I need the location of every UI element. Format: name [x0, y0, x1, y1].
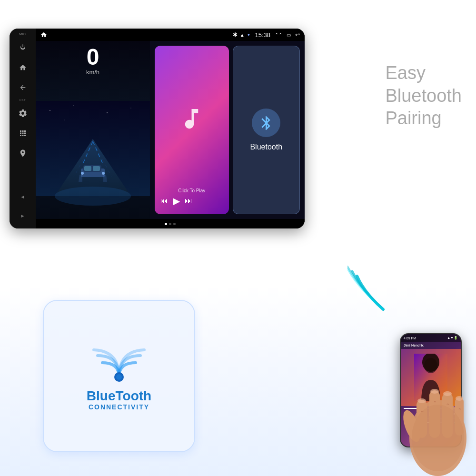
pairing-text: Easy Bluetooth Pairing: [385, 62, 462, 130]
svg-point-1: [50, 110, 50, 111]
pairing-line2: Bluetooth: [385, 85, 462, 108]
radio-screen: ✱ ▲ ▼ 15:38 ⌃⌃ ▭ ↩ 0 km/h: [36, 29, 305, 228]
phone-status-bar: 4:09 PM ▲▼🔋: [401, 334, 461, 342]
pairing-line3: Pairing: [385, 107, 462, 130]
phone-area: 4:09 PM ▲▼🔋 Jimi Hendrix: [333, 238, 466, 476]
speed-unit: km/h: [86, 69, 99, 76]
sidebar-home-btn[interactable]: [15, 60, 30, 75]
rst-label: RST: [20, 99, 26, 101]
dot-indicator: [36, 219, 305, 228]
svg-rect-15: [93, 166, 100, 171]
speed-display: 0 km/h: [86, 46, 99, 76]
music-controls[interactable]: ⏮ ▶ ⏭: [160, 195, 223, 207]
sidebar-nav-btn[interactable]: [15, 146, 30, 161]
music-note-icon: [178, 106, 205, 132]
svg-point-32: [417, 398, 426, 403]
svg-point-21: [116, 374, 122, 380]
play-btn[interactable]: ▶: [173, 195, 180, 207]
svg-point-16: [81, 172, 84, 175]
expand-icon: ⌃⌃: [275, 32, 282, 38]
status-center-icons: ✱ ▲ ▼ 15:38 ⌃⌃ ▭ ↩: [233, 31, 300, 39]
road-svg: [36, 78, 150, 219]
mic-label: MIC: [19, 32, 26, 36]
svg-point-5: [64, 119, 64, 120]
svg-point-31: [412, 405, 464, 471]
bt-badge-title: BlueTooth: [87, 389, 151, 404]
svg-point-2: [73, 105, 74, 106]
bt-icon-circle: [252, 109, 280, 137]
sidebar-settings-btn[interactable]: [15, 106, 30, 121]
svg-point-17: [102, 172, 105, 175]
dot-1: [165, 223, 167, 225]
wifi-status-icon: ▼: [247, 33, 251, 37]
svg-point-4: [130, 108, 131, 108]
status-left-icons: [40, 31, 47, 38]
phone-time: 4:09 PM: [404, 337, 416, 340]
prev-btn[interactable]: ⏮: [160, 197, 168, 205]
speed-number: 0: [86, 46, 99, 69]
bt-badge-text: BlueTooth CONNECTIVITY: [87, 389, 151, 411]
time-display: 15:38: [255, 31, 270, 39]
main-container: MIC RST: [0, 0, 476, 476]
dashboard-area: 0 km/h: [36, 41, 150, 219]
bt-badge-signal-svg: [88, 341, 150, 384]
svg-rect-14: [84, 166, 91, 171]
phone-signal-arcs: [347, 262, 419, 319]
car-radio-device: MIC RST: [10, 29, 305, 228]
dot-2: [169, 223, 171, 225]
click-to-play-label: Click To Play: [160, 188, 223, 193]
bluetooth-card[interactable]: Bluetooth: [233, 46, 300, 214]
sidebar-apps-btn[interactable]: [15, 126, 30, 141]
status-bar: ✱ ▲ ▼ 15:38 ⌃⌃ ▭ ↩: [36, 29, 305, 41]
signal-status-icon: ▲: [240, 32, 245, 38]
svg-point-33: [430, 389, 439, 394]
sidebar-voldown-btn[interactable]: ◄: [15, 189, 30, 204]
back-status-icon: ↩: [295, 31, 300, 38]
phone-status-icons: ▲▼🔋: [447, 336, 458, 340]
screen-content: 0 km/h: [36, 41, 305, 219]
bt-badge-subtitle: CONNECTIVITY: [87, 403, 151, 411]
bluetooth-card-label: Bluetooth: [250, 143, 282, 151]
bluetooth-card-icon: [258, 115, 275, 131]
sidebar-back-btn[interactable]: [15, 80, 30, 95]
sidebar-power-btn[interactable]: [15, 40, 30, 55]
bluetooth-badge: BlueTooth CONNECTIVITY: [43, 300, 195, 452]
sidebar-volup-btn[interactable]: ►: [15, 208, 30, 223]
pairing-line1: Easy: [385, 62, 462, 85]
media-area: Click To Play ⏮ ▶ ⏭: [150, 41, 305, 219]
home-status-icon: [40, 31, 47, 38]
music-card[interactable]: Click To Play ⏮ ▶ ⏭: [155, 46, 229, 214]
bluetooth-status-icon: ✱: [233, 31, 238, 38]
svg-point-11: [55, 187, 131, 206]
minimize-icon: ▭: [287, 32, 291, 38]
svg-point-34: [443, 391, 452, 396]
dot-3: [173, 223, 176, 225]
svg-point-35: [456, 396, 463, 401]
radio-sidebar: MIC RST: [10, 29, 36, 228]
svg-point-3: [107, 112, 108, 113]
road-visual: [36, 78, 150, 219]
next-btn[interactable]: ⏭: [185, 197, 192, 205]
hand-svg: [395, 343, 476, 476]
